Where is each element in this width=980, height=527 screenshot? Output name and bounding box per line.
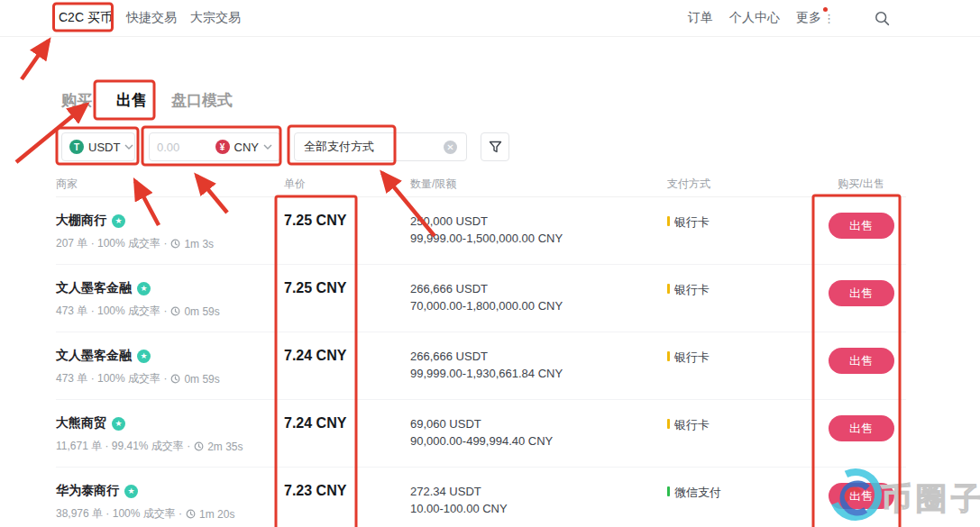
price: 7.25 CNY [284, 213, 410, 264]
tab-buy[interactable]: 购买 [61, 90, 92, 111]
primary-nav: C2C 买币 快捷交易 大宗交易 [59, 10, 241, 26]
order-limit: 90,000.00-499,994.40 CNY [410, 432, 667, 450]
sell-button[interactable]: 出售 [829, 348, 894, 374]
merchant-name: 华为泰商行 [56, 483, 119, 499]
nav-item-c2c[interactable]: C2C 买币 [59, 10, 113, 26]
merchant-link[interactable]: 文人墨客金融 ★ [56, 280, 284, 296]
payment-method-icon [667, 486, 670, 496]
verified-badge-icon: ★ [112, 417, 125, 431]
payment-method-label: 银行卡 [674, 350, 710, 366]
amount-input[interactable] [157, 141, 211, 154]
available-amount: 69,060 USDT [410, 415, 667, 432]
chevron-down-icon [263, 144, 272, 150]
nav-item-orders[interactable]: 订单 [688, 10, 713, 26]
amount-limit-cell: 266,666 USDT 70,000.00-1,800,000.00 CNY [410, 280, 667, 332]
usdt-coin-icon: T [69, 140, 84, 154]
merchant-name: 大棚商行 [56, 213, 106, 229]
verified-badge-icon: ★ [137, 282, 151, 295]
merchant-name: 文人墨客金融 [56, 280, 132, 296]
verified-badge-icon: ★ [124, 485, 138, 498]
avg-release-time: 0m 59s [184, 373, 219, 386]
order-limit: 99,999.00-1,930,661.84 CNY [410, 365, 667, 382]
sell-button[interactable]: 出售 [829, 415, 894, 441]
payment-select-value: 全部支付方式 [304, 139, 444, 155]
avg-release-time: 2m 35s [207, 441, 243, 453]
merchant-link[interactable]: 文人墨客金融 ★ [56, 348, 284, 364]
table-row: 大熊商贸 ★ 11,671 单 · 99.41% 成交率 · 2m 35s 7.… [56, 400, 906, 468]
orders-and-rate: 207 单 · 100% 成交率 · [56, 236, 167, 251]
asset-select-value: USDT [88, 141, 120, 154]
merchant-stats: 473 单 · 100% 成交率 · 0m 59s [56, 371, 284, 386]
price: 7.24 CNY [284, 348, 410, 399]
merchant-stats: 207 单 · 100% 成交率 · 1m 3s [56, 236, 284, 251]
payment-method-icon [667, 419, 670, 429]
amount-limit-cell: 272.34 USDT 10.00-100.00 CNY [410, 483, 667, 527]
top-bar: C2C 买币 快捷交易 大宗交易 订单 个人中心 更多 ⋮ [0, 0, 980, 37]
search-button[interactable] [875, 11, 890, 26]
asset-select[interactable]: T USDT [61, 132, 135, 161]
more-label: 更多 [796, 10, 821, 26]
price: 7.23 CNY [284, 483, 410, 527]
header-amount-limit: 数量/限额 [410, 177, 667, 196]
header-payment: 支付方式 [667, 177, 816, 196]
cny-coin-icon: ¥ [215, 140, 230, 154]
advanced-filter-button[interactable] [481, 132, 509, 161]
search-icon [875, 11, 890, 26]
nav-item-block-trade[interactable]: 大宗交易 [190, 10, 241, 26]
nav-item-profile[interactable]: 个人中心 [729, 10, 780, 26]
orders-and-rate: 38,976 单 · 100% 成交率 · [56, 506, 182, 522]
action-cell: 出售 [816, 213, 906, 264]
header-action: 购买/出售 [816, 177, 906, 196]
table-body: 大棚商行 ★ 207 单 · 100% 成交率 · 1m 3s 7.25 CNY… [56, 197, 906, 527]
clear-icon[interactable]: ✕ [444, 141, 457, 154]
clock-icon [170, 239, 180, 249]
merchant-link[interactable]: 华为泰商行 ★ [56, 483, 284, 499]
action-cell: 出售 [816, 483, 906, 527]
order-limit: 70,000.00-1,800,000.00 CNY [410, 297, 667, 314]
merchant-stats: 11,671 单 · 99.41% 成交率 · 2m 35s [56, 439, 284, 454]
header-price: 单价 [284, 177, 410, 196]
clock-icon [194, 441, 204, 451]
order-limit: 99,999.00-1,500,000.00 CNY [410, 230, 667, 247]
filter-bar: T USDT ¥ CNY 全部支付方式 ✕ [61, 132, 509, 161]
amount-limit-cell: 250,000 USDT 99,999.00-1,500,000.00 CNY [410, 213, 667, 264]
merchant-cell: 文人墨客金融 ★ 473 单 · 100% 成交率 · 0m 59s [56, 280, 284, 332]
payment-method-select[interactable]: 全部支付方式 ✕ [294, 132, 467, 161]
payment-method: 银行卡 [667, 213, 816, 264]
currency-select-value: CNY [234, 141, 259, 154]
clock-icon [186, 509, 196, 519]
notification-dot [823, 7, 828, 12]
tab-sell[interactable]: 出售 [116, 90, 147, 111]
orders-and-rate: 11,671 单 · 99.41% 成交率 · [56, 439, 190, 454]
avg-release-time: 1m 20s [199, 508, 234, 521]
trade-tabs: 购买 出售 盘口模式 [61, 90, 233, 111]
payment-method: 银行卡 [667, 415, 816, 467]
tab-orderbook-mode[interactable]: 盘口模式 [171, 90, 233, 111]
nav-item-more[interactable]: 更多 ⋮ [796, 10, 835, 26]
payment-method-icon [667, 351, 670, 361]
amount-limit-cell: 69,060 USDT 90,000.00-499,994.40 CNY [410, 415, 667, 467]
price: 7.25 CNY [284, 280, 410, 332]
merchant-cell: 大棚商行 ★ 207 单 · 100% 成交率 · 1m 3s [56, 213, 284, 264]
verified-badge-icon: ★ [112, 214, 125, 228]
available-amount: 266,666 USDT [410, 348, 667, 365]
merchant-link[interactable]: 大熊商贸 ★ [56, 415, 284, 432]
sell-button[interactable]: 出售 [829, 483, 894, 509]
table-row: 华为泰商行 ★ 38,976 单 · 100% 成交率 · 1m 20s 7.2… [56, 468, 906, 527]
merchant-link[interactable]: 大棚商行 ★ [56, 213, 284, 229]
payment-method: 银行卡 [667, 280, 816, 332]
chevron-down-icon [124, 144, 133, 150]
action-cell: 出售 [816, 280, 906, 332]
clock-icon [170, 306, 180, 316]
order-limit: 10.00-100.00 CNY [410, 500, 667, 517]
nav-item-express-trade[interactable]: 快捷交易 [126, 10, 177, 26]
payment-method: 微信支付 [667, 483, 816, 527]
clock-icon [170, 374, 180, 384]
sell-button[interactable]: 出售 [829, 213, 894, 239]
payment-method-label: 银行卡 [674, 214, 710, 231]
sell-button[interactable]: 出售 [829, 280, 894, 306]
action-cell: 出售 [816, 415, 906, 467]
merchant-stats: 473 单 · 100% 成交率 · 0m 59s [56, 304, 284, 319]
table-row: 文人墨客金融 ★ 473 单 · 100% 成交率 · 0m 59s 7.25 … [56, 265, 906, 332]
price: 7.24 CNY [284, 415, 410, 467]
